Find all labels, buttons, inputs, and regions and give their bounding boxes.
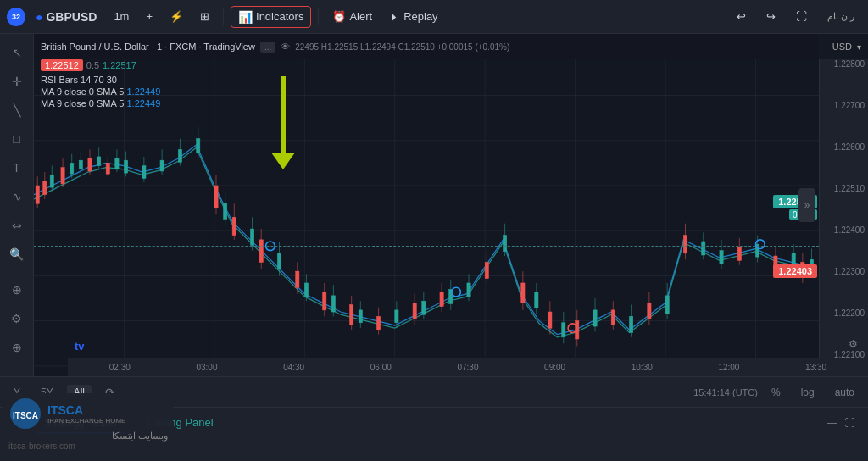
- price-axis: 1.22800 1.22700 1.22600 1.22510 1.22400 …: [819, 34, 868, 376]
- cross-tool[interactable]: ✛: [5, 69, 29, 93]
- timeframe-selector[interactable]: 1m: [107, 7, 136, 26]
- tagline: IRAN EXCHANGE HOME: [47, 417, 125, 425]
- watermark-text-block: ITSCA IRAN EXCHANGE HOME: [47, 403, 125, 425]
- chart-title: British Pound / U.S. Dollar · 1 · FXCM ·…: [41, 42, 255, 52]
- time-tick-5: 07:30: [457, 363, 478, 372]
- time-tick-4: 06:00: [370, 363, 392, 372]
- account-label: ران نام: [827, 11, 854, 22]
- brand-name: ITSCA: [47, 403, 125, 417]
- expand-icon[interactable]: ⛶: [844, 417, 854, 429]
- indicators-chart-icon: 📊: [238, 10, 253, 24]
- currency-dropdown[interactable]: ▾: [857, 42, 861, 52]
- currency-label: USD: [832, 42, 852, 52]
- chart-area[interactable]: British Pound / U.S. Dollar · 1 · FXCM ·…: [34, 34, 868, 376]
- watermark: ITSCA ITSCA IRAN EXCHANGE HOME وبسایت ای…: [3, 393, 173, 454]
- step-value: 0.5: [86, 60, 99, 70]
- indicators-label: Indicators: [256, 10, 303, 23]
- price-tick-1: 1.22800: [823, 59, 865, 69]
- price-tick-2: 1.22700: [823, 101, 865, 110]
- bars-icon: ⚡: [170, 10, 183, 23]
- chart-badge: ...: [260, 42, 275, 53]
- rsi-indicator: RSI Bars 14 70 30: [41, 75, 160, 85]
- undo-button[interactable]: ↩: [730, 7, 753, 26]
- indicators-button[interactable]: 📊 Indicators: [231, 6, 311, 28]
- toolbar-right: ↩ ↪ ⛶ ران نام: [730, 7, 861, 26]
- website-url: itsca-brokers.com: [8, 442, 168, 451]
- chart-info-bar: British Pound / U.S. Dollar · 1 · FXCM ·…: [34, 34, 868, 59]
- layout-icon: ⊞: [200, 10, 209, 23]
- arabic-text: وبسایت ایتسکا: [8, 430, 168, 442]
- chart-settings-button[interactable]: ⚙: [841, 332, 865, 356]
- undo-icon: ↩: [737, 10, 746, 23]
- time-tick-3: 04:30: [283, 363, 304, 372]
- collapse-icon: »: [804, 199, 810, 211]
- logo-area[interactable]: 32: [7, 8, 25, 26]
- replay-icon: ⏵: [389, 10, 400, 23]
- arrow-head: [271, 153, 295, 169]
- account-info[interactable]: ران نام: [821, 8, 861, 25]
- zoom-in-tool[interactable]: ⊕: [5, 336, 29, 359]
- plus-icon: +: [146, 10, 153, 23]
- zoom-in-icon: ⊕: [12, 341, 22, 354]
- horizontal-line: [34, 246, 819, 247]
- left-sidebar: ↖ ✛ ╲ □ T ∿ ⇔ 🔍 ⊕ ⚙ ⊕: [0, 34, 34, 376]
- eye-icon[interactable]: 👁: [281, 42, 290, 52]
- settings-tool[interactable]: ⚙: [5, 307, 29, 330]
- ma2-value: 1.22449: [127, 98, 161, 108]
- measure-tool[interactable]: ⇔: [5, 214, 29, 237]
- time-tick-9: 13:30: [805, 363, 826, 372]
- time-tick-1: 02:30: [109, 363, 131, 372]
- price-display: 1.22517: [103, 60, 136, 70]
- percent-button[interactable]: %: [765, 385, 787, 400]
- ma2-label: MA 9 close 0 SMA 5: [41, 98, 124, 108]
- cursor-icon: ↖: [12, 46, 22, 59]
- alert-icon: ⏰: [332, 10, 346, 23]
- redo-button[interactable]: ↪: [760, 7, 782, 26]
- replay-label: Replay: [403, 10, 437, 23]
- top-toolbar: 32 ● GBPUSD 1m + ⚡ ⊞ 📊 Indicators ⏰ Aler…: [0, 0, 868, 34]
- patterns-tool[interactable]: ∿: [5, 185, 29, 208]
- fullscreen-button[interactable]: ⛶: [789, 7, 814, 26]
- minimize-icon[interactable]: —: [827, 417, 837, 429]
- text-tool[interactable]: T: [5, 156, 29, 180]
- price-badge-input: 1.22512: [41, 59, 83, 71]
- magnet-icon: ⊕: [12, 283, 22, 297]
- alert-button[interactable]: ⏰ Alert: [326, 7, 379, 26]
- separator-1: [223, 8, 224, 25]
- bottom-right-tools: 15:41:14 (UTC) % log auto: [693, 385, 861, 400]
- add-button[interactable]: +: [139, 7, 159, 26]
- price-tick-7: 1.22200: [823, 308, 865, 318]
- patterns-icon: ∿: [12, 190, 22, 203]
- time-tick-7: 10:30: [632, 363, 653, 372]
- tradingview-logo: tv: [75, 340, 85, 353]
- layout-selector[interactable]: ⊞: [193, 7, 216, 26]
- text-icon: T: [13, 161, 20, 175]
- cursor-tool[interactable]: ↖: [5, 41, 29, 64]
- fullscreen-icon: ⛶: [796, 10, 807, 23]
- separator-2: [318, 8, 319, 25]
- zoom-tool[interactable]: 🔍: [5, 242, 29, 266]
- shapes-tool[interactable]: □: [5, 127, 29, 151]
- log-button[interactable]: log: [794, 385, 821, 400]
- time-axis: 02:30 03:00 04:30 06:00 07:30 09:00 10:3…: [68, 358, 868, 376]
- replay-button[interactable]: ⏵ Replay: [382, 7, 444, 26]
- itsca-logo-icon: ITSCA: [8, 397, 42, 430]
- price-tick-4: 1.22510: [823, 184, 865, 193]
- ohlc-data: 22495 H1.22515 L1.22494 C1.22510 +0.0001…: [295, 42, 509, 52]
- rsi-label: RSI Bars 14 70 30: [41, 75, 117, 85]
- ma1-label: MA 9 close 0 SMA 5: [41, 86, 124, 97]
- line-icon: ╲: [14, 103, 20, 117]
- chart-settings-icon: ⚙: [849, 338, 858, 350]
- price-tick-6: 1.22300: [823, 267, 865, 276]
- alert-label: Alert: [349, 10, 372, 23]
- bar-type-selector[interactable]: ⚡: [163, 7, 190, 26]
- symbol-name: GBPUSD: [46, 10, 97, 24]
- auto-button[interactable]: auto: [828, 385, 861, 400]
- gear-icon: ⚙: [11, 312, 22, 325]
- line-tool[interactable]: ╲: [5, 98, 29, 122]
- collapse-button[interactable]: »: [798, 188, 815, 222]
- magnet-tool[interactable]: ⊕: [5, 278, 29, 302]
- time-tick-2: 03:00: [196, 363, 217, 372]
- time-display: 15:41:14 (UTC): [693, 387, 758, 397]
- symbol-selector[interactable]: ● GBPUSD: [29, 7, 103, 27]
